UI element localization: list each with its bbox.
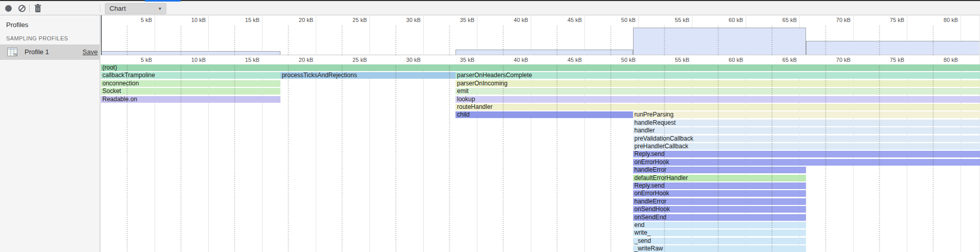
flame-frame-write-[interactable]: write_	[633, 230, 806, 236]
ruler-tick-label: 55 kB	[646, 57, 689, 63]
ruler-tick-label: 5 kB	[108, 17, 152, 23]
ruler-tick-label: 70 kB	[807, 17, 851, 23]
flame-frame-label: onSendEnd	[633, 214, 806, 221]
flame-frame-callbacktrampoline[interactable]: callbackTrampoline	[101, 72, 280, 79]
flame-frame-label: Socket	[101, 88, 280, 95]
ruler-tick-label: 75 kB	[861, 57, 904, 63]
gridline	[369, 15, 370, 55]
flame-frame-end[interactable]: end	[633, 222, 806, 228]
profile-name: Profile 1	[25, 48, 49, 56]
flame-frame--root-[interactable]: (root)	[101, 64, 980, 71]
flame-frame-label: handleRequest	[633, 120, 980, 126]
ruler-tick-label: 45 kB	[538, 57, 582, 63]
ruler-tick-label: 35 kB	[431, 17, 474, 23]
flame-frame-lookup[interactable]: lookup	[455, 96, 980, 103]
overview-ruler: 5 kB10 kB15 kB20 kB25 kB30 kB35 kB40 kB4…	[101, 15, 980, 25]
flame-frame-defaulterrorhandler[interactable]: defaultErrorHandler	[633, 175, 806, 181]
gridline	[316, 64, 316, 252]
ruler-tick-label: 35 kB	[431, 57, 474, 63]
flame-frame-label: onErrorHook	[633, 159, 980, 166]
flame-frame-onconnection[interactable]: onconnection	[101, 80, 280, 87]
memory-overview-pane[interactable]	[101, 25, 980, 55]
overview-memory-band	[633, 28, 806, 55]
flame-frame--send[interactable]: _send	[633, 238, 806, 244]
flame-frame-label: onErrorHook	[633, 190, 806, 197]
profiles-sidebar: Profiles SAMPLING PROFILES % Profile 1 S…	[0, 15, 100, 252]
flame-frame-processticksandrejections[interactable]: processTicksAndRejections	[280, 72, 455, 79]
sidebar-title: Profiles	[6, 21, 28, 29]
flame-frame-parseronheaderscomplete[interactable]: parserOnHeadersComplete	[455, 72, 980, 79]
flame-frame-handleerror[interactable]: handleError	[633, 167, 806, 173]
flame-frame-onsendend[interactable]: onSendEnd	[633, 214, 806, 221]
ruler-tick-label: 60 kB	[700, 17, 743, 23]
active-tab-underline	[145, 0, 181, 2]
flame-frame-child[interactable]: child	[455, 111, 633, 118]
flame-frame-label: onconnection	[101, 80, 280, 87]
flame-frame-label: handleError	[633, 198, 806, 205]
flame-frame-label: handler	[633, 127, 980, 134]
ruler-tick-label: 30 kB	[377, 17, 421, 23]
flame-frame-prevalidationcallback[interactable]: preValidationCallback	[633, 135, 980, 142]
ruler-tick-label: 15 kB	[216, 17, 259, 23]
flame-frame-label: child	[455, 111, 633, 118]
flame-frame-parseronincoming[interactable]: parserOnIncoming	[455, 80, 980, 87]
chart-ruler: 5 kB10 kB15 kB20 kB25 kB30 kB35 kB40 kB4…	[101, 55, 980, 64]
flame-frame-label: handleError	[633, 167, 806, 173]
flame-frame-onerrorhook[interactable]: onErrorHook	[633, 190, 806, 197]
ruler-tick-label: 25 kB	[323, 57, 367, 63]
ruler-tick-label: 55 kB	[646, 17, 689, 23]
flame-frame-label: onSendHook	[633, 206, 806, 213]
delete-profile-button[interactable]	[32, 3, 43, 14]
flame-frame-label: routeHandler	[455, 104, 980, 110]
flame-frame-label: processTicksAndRejections	[280, 72, 455, 79]
flame-frame-reply-send[interactable]: Reply.send	[633, 151, 980, 157]
flame-frame-label: parserOnIncoming	[455, 80, 980, 87]
flame-frame-emit[interactable]: emit	[455, 88, 980, 95]
flame-frame-label: _writeRaw	[633, 245, 806, 252]
ruler-tick-label: 40 kB	[485, 17, 528, 23]
overview-window-grip[interactable]	[101, 15, 102, 55]
gridline	[316, 15, 316, 55]
ruler-tick-label: 15 kB	[216, 57, 259, 63]
sampling-profiles-section-header: SAMPLING PROFILES	[6, 35, 68, 41]
flame-frame-onerrorhook[interactable]: onErrorHook	[633, 159, 980, 166]
overview-memory-band	[101, 51, 280, 55]
flame-frame-label: _send	[633, 238, 806, 244]
flame-frame-label: parserOnHeadersComplete	[455, 72, 980, 79]
flame-chart-panel: 5 kB10 kB15 kB20 kB25 kB30 kB35 kB40 kB4…	[101, 15, 980, 252]
view-mode-select[interactable]: Chart ▾	[105, 3, 166, 14]
ruler-tick-label: 65 kB	[753, 17, 797, 23]
flame-chart-rows[interactable]: (root)callbackTrampolineprocessTicksAndR…	[101, 64, 980, 252]
profiler-toolbar: Chart ▾	[0, 1, 980, 15]
flame-frame-socket[interactable]: Socket	[101, 88, 280, 95]
view-mode-value: Chart	[110, 5, 126, 12]
gridline	[423, 15, 424, 55]
flame-frame-onsendhook[interactable]: onSendHook	[633, 206, 806, 213]
clear-profiles-button[interactable]	[16, 3, 28, 14]
ruler-tick-label: 10 kB	[162, 57, 206, 63]
flame-frame-label: preHandlerCallback	[633, 143, 980, 150]
flame-frame--writeraw[interactable]: _writeRaw	[633, 245, 806, 252]
ruler-tick-label: 20 kB	[270, 57, 313, 63]
flame-frame-handlerequest[interactable]: handleRequest	[633, 120, 980, 126]
flame-frame-label: Reply.send	[633, 151, 980, 157]
flame-frame-routehandler[interactable]: routeHandler	[455, 104, 980, 110]
flame-frame-readable-on[interactable]: Readable.on	[101, 96, 280, 103]
ruler-tick-label: 45 kB	[538, 17, 582, 23]
flame-frame-runpreparsing[interactable]: runPreParsing	[633, 111, 980, 118]
flame-frame-label: lookup	[455, 96, 980, 103]
sidebar-item-profile-1[interactable]: % Profile 1 Save	[0, 44, 100, 60]
save-profile-link[interactable]: Save	[82, 48, 98, 56]
ruler-tick-label: 65 kB	[753, 57, 797, 63]
ruler-tick-label: 60 kB	[700, 57, 743, 63]
flame-frame-handler[interactable]: handler	[633, 127, 980, 134]
flame-frame-label: end	[633, 222, 806, 228]
gridline	[423, 64, 424, 252]
ruler-tick-label: 10 kB	[162, 17, 206, 23]
flame-frame-prehandlercallback[interactable]: preHandlerCallback	[633, 143, 980, 150]
ruler-tick-label: 80 kB	[914, 57, 958, 63]
flame-frame-label: write_	[633, 230, 806, 236]
flame-frame-handleerror[interactable]: handleError	[633, 198, 806, 205]
record-button[interactable]	[3, 3, 14, 14]
flame-frame-reply-send[interactable]: Reply.send	[633, 182, 806, 189]
